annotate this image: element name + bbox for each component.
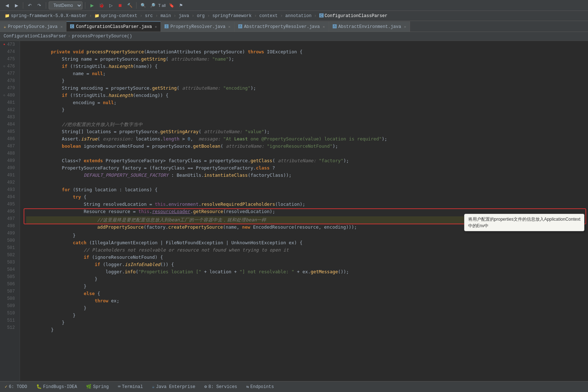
- code-content[interactable]: private void processPropertySource(Annot…: [20, 41, 588, 381]
- tab-abstract-property-resolver[interactable]: 🅰 AbstractPropertyResolver.java ✕: [235, 21, 329, 32]
- flag-button[interactable]: ⚑: [177, 1, 185, 9]
- run-coverage-button[interactable]: ▷: [107, 1, 115, 9]
- tab-icon-property-resolver: 🅸: [165, 24, 169, 29]
- line-num-485: ●485: [3, 128, 17, 135]
- bookmark-button[interactable]: 🔖: [167, 1, 175, 9]
- toolbar-separator-1: [23, 2, 23, 9]
- status-endpoints[interactable]: ⇆ Endpoints: [244, 383, 276, 390]
- line-num-476: ◇476: [3, 63, 17, 70]
- nav-springframework[interactable]: springframework: [211, 13, 254, 19]
- forward-button[interactable]: ▶: [12, 1, 20, 9]
- tab-property-resolver[interactable]: 🅸 PropertyResolver.java ✕: [161, 21, 234, 32]
- nav-sep-2: ›: [139, 13, 143, 19]
- nav-spring-context[interactable]: 📁 spring-context: [93, 13, 139, 19]
- red-box-region: //这里最终是要把配置信息放入到bean工厂的一个容器中去，就和处理bean一样…: [24, 208, 588, 224]
- nav-bar: 📁 spring-framework-5.0.X-master › 📁 spri…: [0, 11, 588, 21]
- nav-sep-7: ›: [254, 13, 257, 19]
- code-line-494: String resolvedLocation = this.environme…: [24, 193, 588, 201]
- line-num-486: ●486: [3, 135, 17, 143]
- run-config-dropdown[interactable]: TestDemo: [49, 1, 82, 9]
- line-num-500: ●500: [3, 237, 17, 244]
- nav-src[interactable]: src: [143, 13, 155, 19]
- toolbar: ◀ ▶ ↶ ↷ TestDemo ▶ 🐞 ▷ ⏹ 🔨 🔍 🔎 T all 🔖 ⚑: [0, 0, 588, 11]
- nav-label-springframework: springframework: [212, 13, 252, 19]
- code-line-483: //把你配置的文件放入到一个数字当中: [24, 114, 588, 121]
- tab-property-source[interactable]: ☕ PropertySource.java ✕: [0, 21, 66, 32]
- tab-configuration-class-parser[interactable]: 🅲 ConfigurationClassParser.java ✕: [66, 21, 161, 32]
- line-num-511: ●511: [3, 317, 17, 324]
- code-line-512: [24, 326, 588, 334]
- cn-tooltip: 将用户配置的properties文件的信息放入ApplicationContex…: [464, 214, 584, 231]
- redo-button[interactable]: ↷: [35, 1, 43, 9]
- tab-close-abstract-environment[interactable]: ✕: [404, 25, 406, 29]
- breadcrumb-class[interactable]: ConfigurationClassParser: [4, 34, 66, 39]
- nav-context[interactable]: context: [257, 13, 279, 19]
- code-line-482: [24, 106, 588, 114]
- nav-main[interactable]: main: [159, 13, 173, 19]
- toolbar-separator-2: [46, 2, 46, 9]
- line-num-481: ●481: [3, 99, 17, 106]
- line-num-494: ●494: [3, 193, 17, 201]
- code-line-499: catch (IllegalArgumentException | FileNo…: [24, 232, 588, 239]
- run-button[interactable]: ▶: [88, 1, 96, 9]
- terminal-icon: ⌨: [118, 384, 121, 389]
- breadcrumb-method[interactable]: processPropertySource(): [72, 34, 132, 39]
- status-findbugs[interactable]: 🐛 FindBugs-IDEA: [35, 383, 79, 390]
- tab-close-property-source[interactable]: ✕: [60, 25, 62, 29]
- nav-annotation[interactable]: annotation: [284, 13, 313, 19]
- nav-sep-5: ›: [191, 13, 195, 19]
- nav-sep-3: ›: [155, 13, 159, 19]
- stop-button[interactable]: ⏹: [116, 1, 124, 9]
- nav-label-annotation: annotation: [285, 13, 312, 19]
- line-num-487: ●487: [3, 143, 17, 150]
- undo-button[interactable]: ↶: [26, 1, 34, 9]
- java-enterprise-label: Java Enterprise: [156, 384, 195, 389]
- tabs-bar: ☕ PropertySource.java ✕ 🅲 ConfigurationC…: [0, 21, 588, 32]
- code-line-509: }: [24, 305, 588, 312]
- status-spring[interactable]: 🌿 Spring: [84, 383, 110, 390]
- status-todo[interactable]: ✓ 6: TODO: [3, 383, 29, 390]
- line-num-495: ●495: [3, 201, 17, 208]
- spring-icon: 🌿: [86, 384, 92, 389]
- tab-close-abstract-property-resolver[interactable]: ✕: [323, 25, 325, 29]
- tab-close-property-resolver[interactable]: ✕: [228, 25, 231, 29]
- file-icon-main: 🅲: [319, 13, 324, 19]
- tab-abstract-environment[interactable]: 🅰 AbstractEnvironment.java ✕: [329, 21, 410, 32]
- nav-spring-framework[interactable]: 📁 spring-framework-5.0.X-master: [3, 13, 89, 19]
- spring-label: Spring: [93, 384, 109, 389]
- status-services[interactable]: ⚙ 8: Services: [203, 383, 239, 390]
- status-terminal[interactable]: ⌨ Terminal: [116, 383, 145, 390]
- line-num-508: ●508: [3, 295, 17, 302]
- nav-java[interactable]: java: [177, 13, 191, 19]
- nav-org[interactable]: org: [195, 13, 207, 19]
- line-num-503: ●503: [3, 259, 17, 266]
- all-button[interactable]: T all: [158, 1, 166, 9]
- nav-label-spring-context: spring-context: [101, 13, 137, 19]
- line-num-480: ◇480: [3, 92, 17, 99]
- search-button[interactable]: 🔍: [139, 1, 147, 9]
- code-line-473: private void processPropertySource(Annot…: [24, 41, 588, 48]
- debug-button[interactable]: 🐞: [97, 1, 105, 9]
- line-num-498: ●498: [3, 222, 17, 230]
- line-num-502: ●502: [3, 252, 17, 259]
- status-java-enterprise[interactable]: ☕ Java Enterprise: [150, 383, 197, 390]
- tab-icon-abstract-property-resolver: 🅰: [238, 24, 242, 29]
- services-label: 8: Services: [208, 384, 237, 389]
- nav-config-class-parser[interactable]: 🅲 ConfigurationClassParser: [317, 12, 389, 19]
- back-button[interactable]: ◀: [3, 1, 11, 9]
- services-icon: ⚙: [204, 384, 207, 389]
- line-num-505: ●505: [3, 273, 17, 281]
- line-numbers: ● 473 ●474 ●475 ◇476 ●477 ●478 ●479 ◇480…: [0, 41, 20, 381]
- line-num-493: ●493: [3, 186, 17, 193]
- nav-sep-8: ›: [279, 13, 283, 19]
- todo-icon: ✓: [5, 384, 7, 389]
- build-button[interactable]: 🔨: [126, 1, 134, 9]
- breakpoint-icon-473[interactable]: ●: [3, 41, 5, 48]
- line-num-510: ●510: [3, 310, 17, 317]
- tab-close-config-parser[interactable]: ✕: [155, 25, 157, 29]
- line-num-488: ●488: [3, 150, 17, 157]
- find-action-button[interactable]: 🔎: [149, 1, 157, 9]
- nav-label-java: java: [179, 13, 189, 19]
- findbugs-icon: 🐛: [36, 384, 42, 389]
- breadcrumb-bar: ConfigurationClassParser › processProper…: [0, 32, 588, 41]
